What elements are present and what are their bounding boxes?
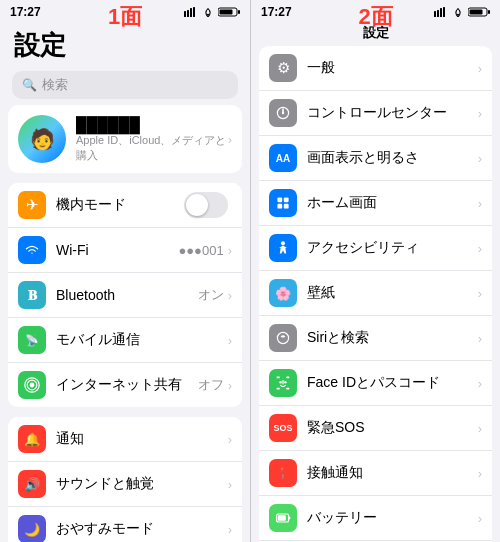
panel-2: 17:27 2面 設定 ⚙ 一般 › コントロールセンター › [250,0,500,542]
row-battery[interactable]: バッテリー › [259,496,492,541]
accessibility-icon [269,234,297,262]
contact-notification-chevron: › [478,466,482,481]
sos-label: 緊急SOS [307,419,478,437]
svg-point-8 [30,383,35,388]
svg-rect-37 [289,516,291,519]
display-chevron: › [478,151,482,166]
svg-point-27 [277,332,288,343]
row-mobile[interactable]: 📡 モバイル通信 › [8,318,242,363]
profile-name: ██████ [76,116,228,133]
control-center-icon [269,99,297,127]
row-general-2[interactable]: ⚙ 一般 › [259,46,492,91]
bluetooth-value: オン [198,286,224,304]
home-screen-icon [269,189,297,217]
section-connectivity: ✈ 機内モード Wi-Fi ●●●001 › 𝐁 Bluetooth オン › … [8,183,242,407]
general-chevron-2: › [478,61,482,76]
row-sound[interactable]: 🔊 サウンドと触覚 › [8,462,242,507]
profile-info: ██████ Apple ID、iCloud、メディアと購入 [76,116,228,163]
sound-chevron: › [228,477,232,492]
profile-sub: Apple ID、iCloud、メディアと購入 [76,133,228,163]
row-home-screen[interactable]: ホーム画面 › [259,181,492,226]
svg-point-21 [282,112,284,114]
sos-icon: SOS [269,414,297,442]
wifi-label: Wi-Fi [56,242,178,258]
svg-rect-25 [284,204,289,209]
display-label: 画面表示と明るさ [307,149,478,167]
mobile-icon: 📡 [18,326,46,354]
control-center-label: コントロールセンター [307,104,478,122]
dnd-label: おやすみモード [56,520,228,538]
svg-rect-28 [277,377,280,379]
wallpaper-icon: 🌸 [269,279,297,307]
row-wifi[interactable]: Wi-Fi ●●●001 › [8,228,242,273]
profile-row[interactable]: 🧑 ██████ Apple ID、iCloud、メディアと購入 › [8,105,242,173]
row-notifications[interactable]: 🔔 通知 › [8,417,242,462]
bluetooth-chevron: › [228,288,232,303]
faceid-chevron: › [478,376,482,391]
wifi-value: ●●●001 [178,243,223,258]
airplane-toggle[interactable] [184,192,228,218]
airplane-label: 機内モード [56,196,184,214]
settings-list-1: 🧑 ██████ Apple ID、iCloud、メディアと購入 › ✈ 機内モ… [0,105,250,542]
status-bar-1: 17:27 1面 [0,0,250,22]
general-label-2: 一般 [307,59,478,77]
row-sos[interactable]: SOS 緊急SOS › [259,406,492,451]
row-faceid[interactable]: Face IDとパスコード › [259,361,492,406]
mobile-label: モバイル通信 [56,331,228,349]
svg-point-26 [281,241,285,245]
notifications-icon: 🔔 [18,425,46,453]
notifications-label: 通知 [56,430,228,448]
status-bar-2: 17:27 2面 [251,0,500,22]
wallpaper-label: 壁紙 [307,284,478,302]
accessibility-label: アクセシビリティ [307,239,478,257]
settings-list-2: ⚙ 一般 › コントロールセンター › AA 画面表示と明るさ › [251,46,500,542]
accessibility-chevron: › [478,241,482,256]
svg-rect-29 [286,377,289,379]
search-bar[interactable]: 🔍 検索 [12,71,238,99]
faceid-icon [269,369,297,397]
face-label-2: 2面 [251,2,500,32]
section-main-2: ⚙ 一般 › コントロールセンター › AA 画面表示と明るさ › [259,46,492,542]
svg-rect-22 [277,197,282,202]
row-bluetooth[interactable]: 𝐁 Bluetooth オン › [8,273,242,318]
hotspot-value: オフ [198,376,224,394]
row-contact-notification[interactable]: 📍 接触通知 › [259,451,492,496]
svg-rect-23 [284,197,289,202]
notifications-chevron: › [228,432,232,447]
svg-point-33 [284,381,286,383]
battery-icon [269,504,297,532]
svg-rect-36 [278,515,286,521]
sound-icon: 🔊 [18,470,46,498]
face-label-1: 1面 [0,2,250,32]
sound-label: サウンドと触覚 [56,475,228,493]
hotspot-icon [18,371,46,399]
row-hotspot[interactable]: インターネット共有 オフ › [8,363,242,407]
faceid-label: Face IDとパスコード [307,374,478,392]
general-icon-2: ⚙ [269,54,297,82]
row-airplane[interactable]: ✈ 機内モード [8,183,242,228]
row-display[interactable]: AA 画面表示と明るさ › [259,136,492,181]
row-accessibility[interactable]: アクセシビリティ › [259,226,492,271]
sos-chevron: › [478,421,482,436]
section-notifications: 🔔 通知 › 🔊 サウンドと触覚 › 🌙 おやすみモード › ⏱ スクリーンタイ… [8,417,242,542]
row-control-center[interactable]: コントロールセンター › [259,91,492,136]
siri-icon [269,324,297,352]
row-dnd[interactable]: 🌙 おやすみモード › [8,507,242,542]
search-icon: 🔍 [22,78,37,92]
svg-point-32 [279,381,281,383]
bluetooth-icon: 𝐁 [18,281,46,309]
dnd-chevron: › [228,522,232,537]
dnd-icon: 🌙 [18,515,46,542]
svg-rect-30 [277,388,280,390]
contact-notification-icon: 📍 [269,459,297,487]
battery-chevron: › [478,511,482,526]
search-placeholder: 検索 [42,76,68,94]
wifi-icon [18,236,46,264]
hotspot-label: インターネット共有 [56,376,198,394]
row-siri[interactable]: Siriと検索 › [259,316,492,361]
avatar: 🧑 [18,115,66,163]
home-screen-label: ホーム画面 [307,194,478,212]
row-wallpaper[interactable]: 🌸 壁紙 › [259,271,492,316]
control-center-chevron: › [478,106,482,121]
mobile-chevron: › [228,333,232,348]
